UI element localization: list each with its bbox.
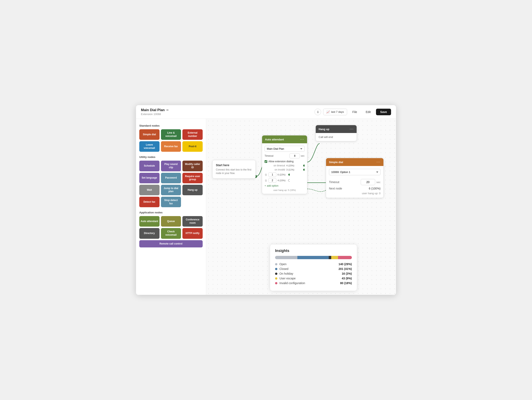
timeout-unit: sec (301, 154, 304, 157)
file-button[interactable]: File (349, 109, 361, 115)
sidebar: Standard nodes Simple dial Line & voicem… (136, 119, 206, 295)
allow-extension-checkbox[interactable] (265, 160, 267, 163)
app-subtitle: Extension 10068 (141, 113, 312, 116)
insight-row-invalid: Invalid configuration 80 (18%) (275, 282, 352, 285)
on-invalid-connector (302, 168, 304, 171)
node-stop-detect-fax[interactable]: Stop detect fax (161, 197, 181, 207)
utility-nodes-title: Utility nodes (139, 155, 203, 159)
node-receive-fax[interactable]: Receive fax (161, 141, 181, 152)
utility-nodes-grid: Schedule Play sound clip Modify caller I… (139, 161, 203, 207)
node-play-sound[interactable]: Play sound clip (161, 161, 181, 171)
node-leave-voicemail[interactable]: Leave voicemail (139, 141, 159, 152)
on-invalid-label: on invalid (265, 168, 285, 171)
on-invalid-row: on invalid 3 (11%) (265, 168, 304, 171)
hang-up-title: Hang up (319, 128, 329, 131)
node-line-voicemail[interactable]: Line & voicemail (161, 129, 181, 140)
timeout-input[interactable] (290, 154, 300, 158)
simple-dial-header: Simple dial ··· (326, 158, 383, 166)
on-timeout-row: on timeout 4 (15%) (265, 164, 304, 167)
sd-next-row: Next node 6 (100%) (329, 187, 380, 190)
insights-bar (275, 256, 352, 259)
node-check-voicemail[interactable]: Check voicemail (161, 228, 181, 239)
insight-value-escape: 43 (9%) (342, 277, 352, 280)
node-wait[interactable]: Wait (139, 185, 159, 195)
node-jump-dial[interactable]: Jump to dial plan (161, 185, 181, 195)
insight-value-closed: 201 (41%) (338, 267, 352, 271)
hang-up-menu[interactable]: ··· (350, 127, 354, 131)
node-modify-caller[interactable]: Modify caller ID (182, 161, 203, 171)
option2-delete[interactable]: 🗑 (265, 179, 267, 182)
node-simple-dial[interactable]: Simple dial (139, 129, 159, 140)
sd-timeout-row: Timeout sec (329, 179, 380, 185)
sd-timeout-input[interactable] (361, 179, 375, 185)
insight-row-holiday: On holiday 16 (3%) (275, 272, 352, 275)
insight-row-open: Open 140 (29%) (275, 263, 352, 266)
svg-point-1 (303, 165, 304, 166)
flow-canvas: Start here Connect this start box to the… (206, 119, 396, 295)
allow-extension-label: Allow extension dialing (268, 160, 293, 163)
hang-up-body: Call will end (316, 133, 357, 141)
on-timeout-stat: 4 (15%) (286, 164, 294, 167)
bar-open (275, 256, 297, 259)
sd-next-label: Next node (329, 187, 369, 190)
auto-attendant-title: Auto attendant (265, 138, 284, 141)
insight-dot-open (275, 263, 277, 265)
node-hang-up[interactable]: Hang up (182, 185, 203, 195)
sd-timeout-unit: sec (376, 181, 380, 184)
info-button[interactable]: ℹ (315, 109, 321, 115)
edit-button[interactable]: Edit (362, 109, 374, 115)
start-node-desc: Connect this start box to the first node… (216, 168, 252, 175)
insights-panel: Insights Open 140 (29%) Closed 201 (41 (270, 245, 357, 291)
option1-input[interactable] (268, 172, 276, 177)
add-option-label: add option (267, 184, 278, 187)
node-post-it[interactable]: Post-it (182, 141, 203, 152)
on-timeout-connector (302, 164, 304, 167)
bar-invalid (338, 256, 352, 259)
auto-attendant-node: Auto attendant ··· Main Dial Plan Timeou… (262, 135, 307, 194)
auto-attendant-menu[interactable]: ··· (300, 137, 304, 141)
on-timeout-label: on timeout (265, 164, 285, 167)
insight-dot-invalid (275, 282, 277, 284)
node-schedule[interactable]: Schedule (139, 161, 159, 171)
sd-hangup-stat: user hang up: 0 (329, 192, 380, 195)
option1-delete[interactable]: 🗑 (265, 173, 267, 176)
application-nodes-title: Application nodes (139, 211, 203, 214)
node-http-notify[interactable]: HTTP notify (182, 228, 203, 239)
node-external-number[interactable]: External number (182, 129, 203, 140)
node-auto-attendant[interactable]: Auto attendant (139, 216, 159, 227)
top-bar: Main Dial Plan ✏ Extension 10068 ℹ 📈 las… (136, 105, 396, 119)
edit-title-icon[interactable]: ✏ (166, 108, 169, 112)
insight-label-open: Open (279, 263, 338, 266)
node-conference-room[interactable]: Conference room (182, 216, 203, 227)
timeout-label: Timeout (265, 154, 290, 157)
analytics-icon: 📈 (326, 110, 330, 114)
timeout-row: Timeout sec (265, 154, 304, 158)
insight-label-closed: Closed (279, 267, 338, 271)
option1-connector (287, 173, 290, 176)
simple-dial-dropdown[interactable]: 10069: Option 1 (329, 169, 380, 175)
option2-input[interactable] (268, 178, 276, 183)
allow-extension-row: Allow extension dialing (265, 160, 304, 163)
simple-dial-menu[interactable]: ··· (377, 160, 380, 164)
analytics-button[interactable]: 📈 last 7 days (323, 109, 347, 115)
node-directory[interactable]: Directory (139, 228, 159, 239)
add-option-btn[interactable]: + add option (265, 184, 304, 187)
node-remote-call-control[interactable]: Remote call control (139, 240, 203, 248)
option1-row: 🗑 6 (22%) (265, 172, 304, 177)
analytics-label: last 7 days (331, 110, 344, 113)
app-title-row: Main Dial Plan ✏ (141, 108, 312, 112)
node-require-user[interactable]: Require user group (182, 173, 203, 183)
start-here-node: Start here Connect this start box to the… (212, 160, 256, 178)
insight-value-open: 140 (29%) (338, 263, 352, 266)
node-set-language[interactable]: Set language (139, 173, 159, 183)
node-password[interactable]: Password (161, 173, 181, 183)
auto-attendant-hangup-stat: user hang up: 5 (19%) (265, 189, 304, 191)
auto-attendant-dropdown[interactable]: Main Dial Plan (265, 146, 304, 152)
title-area: Main Dial Plan ✏ Extension 10068 (141, 108, 312, 116)
save-button[interactable]: Save (376, 109, 391, 115)
hang-up-node: Hang up ··· Call will end (316, 125, 357, 141)
node-detect-fax[interactable]: Detect fax (139, 197, 159, 207)
bar-closed (297, 256, 329, 259)
node-queue[interactable]: Queue (161, 216, 181, 227)
auto-attendant-body: Main Dial Plan Timeout sec Allow extensi… (262, 143, 307, 194)
